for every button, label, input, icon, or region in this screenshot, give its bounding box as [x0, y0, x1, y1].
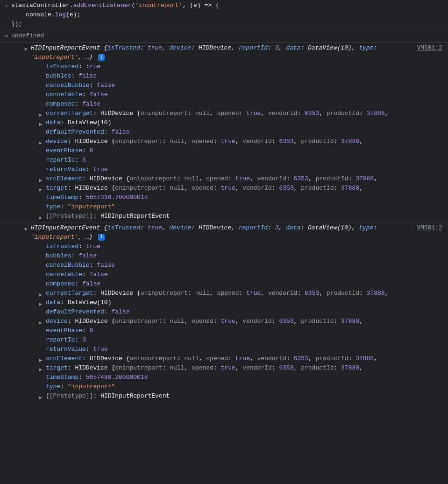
property-key: target — [46, 185, 68, 192]
property-key: target — [46, 364, 68, 371]
property-value: true — [86, 243, 100, 250]
console-input-row: › stadiaController.addEventListener('inp… — [0, 0, 448, 30]
property-value: false — [111, 128, 129, 135]
property-value: 3 — [82, 157, 86, 164]
disclosure-triangle-right-icon[interactable]: ▶ — [39, 356, 42, 363]
property-key: defaultPrevented — [46, 128, 104, 135]
property-value: HIDInputReportEvent — [100, 392, 170, 399]
object-property[interactable]: ▶currentTarget: HIDDevice {oninputreport… — [39, 109, 446, 118]
console-log-row: VM501:2 ▼ HIDInputReportEvent {isTrusted… — [0, 222, 448, 402]
disclosure-triangle-right-icon[interactable]: ▶ — [39, 120, 42, 128]
disclosure-triangle-right-icon[interactable]: ▶ — [39, 300, 42, 307]
property-key: currentTarget — [46, 290, 93, 297]
property-key: cancelable — [46, 91, 82, 98]
property-key: eventPhase — [46, 147, 82, 154]
object-property[interactable]: ▶data: DataView(10) — [39, 118, 446, 128]
property-key: timeStamp — [46, 374, 78, 381]
property-value: false — [111, 308, 129, 315]
object-property[interactable]: ▶[[Prototype]]: HIDInputReportEvent — [39, 212, 446, 221]
property-value: HIDDevice {oninputreport: null, opened: … — [75, 185, 363, 192]
property-value: HIDDevice {oninputreport: null, opened: … — [90, 175, 377, 182]
property-key: composed — [46, 280, 75, 287]
property-key: [[Prototype]] — [46, 392, 93, 399]
object-property: defaultPrevented: false — [39, 128, 446, 137]
object-property[interactable]: ▶data: DataView(10) — [39, 298, 446, 307]
object-property: reportId: 3 — [39, 156, 446, 165]
property-key: bubbles — [46, 72, 71, 79]
property-value: 0 — [90, 327, 93, 334]
object-summary[interactable]: ▼ HIDInputReportEvent {isTrusted: true, … — [24, 43, 446, 62]
object-summary[interactable]: ▼ HIDInputReportEvent {isTrusted: true, … — [24, 223, 446, 242]
property-value: DataView(10) — [68, 299, 112, 306]
object-property[interactable]: ▶device: HIDDevice {oninputreport: null,… — [39, 137, 446, 146]
property-key: cancelBubble — [46, 82, 90, 89]
disclosure-triangle-right-icon[interactable]: ▶ — [39, 139, 42, 146]
object-property: cancelBubble: false — [39, 261, 446, 270]
property-key: cancelBubble — [46, 262, 90, 269]
object-property: composed: false — [39, 279, 446, 289]
property-value: false — [97, 262, 115, 269]
property-key: type — [46, 383, 60, 390]
object-property: cancelable: false — [39, 90, 446, 100]
disclosure-triangle-right-icon[interactable]: ▶ — [39, 291, 42, 298]
property-key: device — [46, 318, 68, 325]
property-value: DataView(10) — [68, 119, 112, 126]
disclosure-triangle-right-icon[interactable]: ▶ — [39, 111, 42, 118]
property-value: false — [90, 91, 108, 98]
disclosure-triangle-down-icon[interactable]: ▼ — [24, 225, 27, 235]
disclosure-triangle-right-icon[interactable]: ▶ — [39, 319, 42, 326]
disclosure-triangle-right-icon[interactable]: ▶ — [39, 393, 42, 401]
object-property: timeStamp: 5657316.700000018 — [39, 193, 446, 202]
object-property: composed: false — [39, 100, 446, 109]
property-key: device — [46, 138, 68, 145]
property-key: data — [46, 119, 60, 126]
console-input-code[interactable]: stadiaController.addEventListener('input… — [11, 1, 448, 29]
property-value: HIDDevice {oninputreport: null, opened: … — [75, 318, 363, 325]
disclosure-triangle-right-icon[interactable]: ▶ — [39, 176, 42, 184]
property-value: HIDDevice {oninputreport: null, opened: … — [90, 355, 377, 362]
property-value: true — [93, 166, 107, 173]
object-property[interactable]: ▶srcElement: HIDDevice {oninputreport: n… — [39, 354, 446, 363]
object-property[interactable]: ▶target: HIDDevice {oninputreport: null,… — [39, 363, 446, 373]
disclosure-triangle-down-icon[interactable]: ▼ — [24, 45, 27, 55]
property-key: isTrusted — [46, 243, 78, 250]
property-value: false — [78, 72, 97, 79]
property-key: data — [46, 299, 60, 306]
property-value: "inputreport" — [68, 203, 115, 210]
property-value: false — [82, 280, 100, 287]
property-key: isTrusted — [46, 63, 78, 70]
property-key: currentTarget — [46, 110, 93, 117]
property-key: [[Prototype]] — [46, 213, 93, 220]
property-key: srcElement — [46, 355, 82, 362]
property-key: reportId — [46, 157, 75, 164]
property-value: false — [90, 271, 108, 278]
disclosure-triangle-right-icon[interactable]: ▶ — [39, 365, 42, 373]
property-value: "inputreport" — [68, 383, 115, 390]
object-property[interactable]: ▶srcElement: HIDDevice {oninputreport: n… — [39, 174, 446, 184]
disclosure-triangle-right-icon[interactable]: ▶ — [39, 185, 42, 193]
object-property[interactable]: ▶currentTarget: HIDDevice {oninputreport… — [39, 289, 446, 298]
object-property: eventPhase: 0 — [39, 146, 446, 156]
object-property: eventPhase: 0 — [39, 326, 446, 335]
property-value: 5657480.200000018 — [86, 374, 148, 381]
property-key: type — [46, 203, 60, 210]
property-value: false — [97, 82, 115, 89]
property-value: HIDInputReportEvent — [100, 213, 170, 220]
object-property: type: "inputreport" — [39, 202, 446, 212]
property-key: timeStamp — [46, 194, 78, 201]
object-property: type: "inputreport" — [39, 382, 446, 391]
disclosure-triangle-right-icon[interactable]: ▶ — [39, 214, 42, 221]
object-property: bubbles: false — [39, 71, 446, 81]
result-prompt-icon: ↩ — [2, 31, 11, 41]
object-property: cancelable: false — [39, 270, 446, 279]
property-key: returnValue — [46, 346, 86, 353]
info-badge-icon[interactable]: i — [98, 54, 105, 61]
console-result-row: ↩ undefined — [0, 30, 448, 43]
property-value: HIDDevice {oninputreport: null, opened: … — [75, 138, 363, 145]
object-property[interactable]: ▶[[Prototype]]: HIDInputReportEvent — [39, 391, 446, 401]
property-key: returnValue — [46, 166, 86, 173]
object-property[interactable]: ▶device: HIDDevice {oninputreport: null,… — [39, 317, 446, 326]
property-value: HIDDevice {oninputreport: null, opened: … — [75, 364, 363, 371]
object-property[interactable]: ▶target: HIDDevice {oninputreport: null,… — [39, 184, 446, 193]
info-badge-icon[interactable]: i — [98, 234, 105, 241]
